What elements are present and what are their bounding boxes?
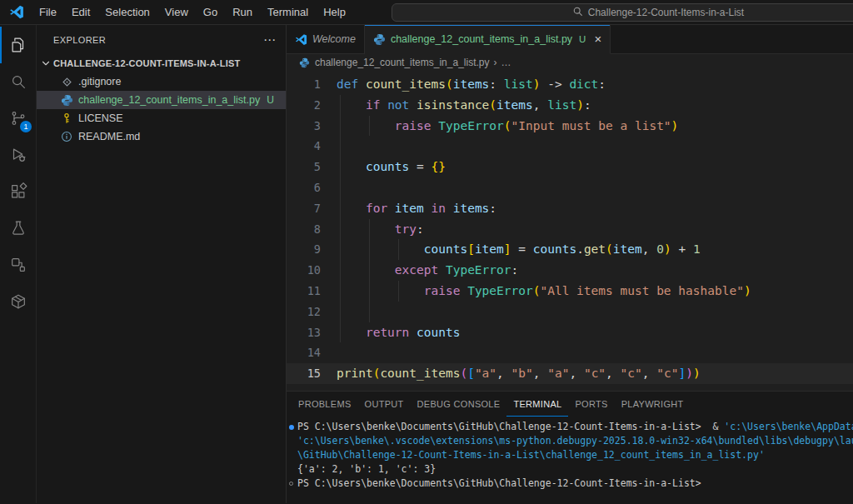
code-line-10[interactable]: 10 except TypeError:: [287, 260, 853, 281]
code-line-3[interactable]: 3 raise TypeError("Input must be a list"…: [287, 116, 853, 137]
code-line-1[interactable]: 1def count_items(items: list) -> dict:: [287, 74, 853, 95]
breadcrumb[interactable]: challenge_12_count_items_in_a_list.py › …: [287, 54, 853, 71]
token-var: item: [395, 202, 424, 215]
tab-git-badge: U: [579, 34, 586, 44]
token-var: counts: [366, 160, 409, 173]
close-icon[interactable]: ×: [594, 34, 601, 44]
terminal-command-text: 'c:\Users\benke\.vscode\extensions\ms-py…: [297, 435, 853, 447]
file-row-LICENSE[interactable]: LICENSE: [37, 109, 286, 127]
token-fn: isinstance: [417, 98, 489, 112]
token-b2: (: [460, 367, 467, 380]
code-line-5[interactable]: 5 counts = {}: [287, 157, 853, 177]
code-line-6[interactable]: 6: [287, 177, 853, 198]
menu-go[interactable]: Go: [196, 0, 225, 25]
code-line-12[interactable]: 12: [287, 302, 853, 322]
code-line-9[interactable]: 9 counts[item] = counts.get(item, 0) + 1: [287, 239, 853, 260]
breadcrumb-more[interactable]: …: [501, 57, 511, 68]
indent-guide: [398, 281, 399, 302]
line-number: 1: [287, 74, 321, 95]
terminal-text: PS C:\Users\benke\Documents\GitHub\Chall…: [297, 477, 701, 489]
file-label: .gitignore: [78, 76, 121, 87]
workspace-folder-row[interactable]: CHALLENGE-12-COUNT-ITEMS-IN-A-LIST: [37, 54, 286, 72]
token-type: TypeError: [446, 263, 511, 277]
token-kw: not: [387, 98, 417, 112]
token-b1: ): [693, 367, 701, 380]
token-op: :: [417, 222, 424, 236]
explorer-more-actions-button[interactable]: ⋯: [263, 36, 276, 44]
token-num: 1: [693, 242, 701, 256]
code-line-2[interactable]: 2 if not isinstance(items, list):: [287, 95, 853, 116]
token-str: "Input must be a list": [511, 119, 671, 132]
code-line-4[interactable]: 4: [287, 136, 853, 157]
menu-bar: FileEditSelectionViewGoRunTerminalHelp: [32, 0, 353, 25]
menu-view[interactable]: View: [157, 0, 196, 25]
linked-squares-icon[interactable]: [0, 247, 36, 283]
menu-help[interactable]: Help: [316, 0, 353, 25]
code-line-14[interactable]: 14: [287, 342, 853, 363]
token-op: :: [489, 77, 503, 91]
token-str: "c": [656, 367, 678, 380]
tab-challenge_12_count_items_in_a_list.py[interactable]: challenge_12_count_items_in_a_list.pyU×: [365, 25, 611, 54]
search-text: Challenge-12-Count-Items-in-a-List: [588, 7, 744, 18]
terminal-text: {'a': 2, 'b': 1, 'c': 3}: [297, 463, 436, 475]
tab-label: Welcome: [312, 33, 356, 45]
vscode-logo-icon: [9, 5, 24, 20]
panel-tab-playwright[interactable]: PLAYWRIGHT: [615, 392, 691, 417]
menu-file[interactable]: File: [32, 0, 64, 25]
python-icon: [60, 93, 73, 107]
menu-terminal[interactable]: Terminal: [260, 0, 316, 25]
panel-tab-debug-console[interactable]: DEBUG CONSOLE: [411, 392, 507, 417]
code-editor[interactable]: 1def count_items(items: list) -> dict:2 …: [287, 71, 853, 391]
files-icon[interactable]: [0, 27, 36, 63]
menu-run[interactable]: Run: [225, 0, 260, 25]
panel-tab-terminal[interactable]: TERMINAL: [506, 392, 568, 417]
token-ctrl: raise: [424, 284, 467, 297]
token-op: =: [409, 160, 431, 173]
panel-tab-output[interactable]: OUTPUT: [358, 392, 411, 417]
tab-welcome[interactable]: Welcome: [287, 25, 365, 53]
extensions-icon[interactable]: [0, 173, 36, 210]
command-decoration-icon[interactable]: [289, 425, 294, 430]
code-line-7[interactable]: 7 for item in items:: [287, 198, 853, 219]
python-icon: [373, 33, 386, 46]
line-number: 14: [287, 342, 321, 363]
panel-tab-problems[interactable]: PROBLEMS: [292, 392, 358, 417]
code-line-8[interactable]: 8 try:: [287, 219, 853, 240]
testing-flask-icon[interactable]: [0, 210, 36, 247]
terminal-line: {'a': 2, 'b': 1, 'c': 3}: [289, 462, 853, 477]
code-line-13[interactable]: 13 return counts: [287, 322, 853, 343]
token-str: "a": [547, 367, 569, 380]
menu-selection[interactable]: Selection: [97, 0, 157, 25]
token-num: 0: [656, 242, 664, 256]
terminal-output[interactable]: PS C:\Users\benke\Documents\GitHub\Chall…: [287, 417, 853, 503]
search-icon[interactable]: [0, 63, 36, 100]
token-var: item: [613, 242, 642, 256]
menu-edit[interactable]: Edit: [64, 0, 97, 25]
source-control-icon[interactable]: 1: [0, 100, 36, 137]
package-box-icon[interactable]: [0, 283, 36, 320]
gitignore-icon: [60, 75, 73, 88]
token-str: "c": [584, 367, 606, 380]
file-row-challenge_12_count_items_in_a_list.py[interactable]: challenge_12_count_items_in_a_list.pyU: [37, 91, 286, 109]
breadcrumb-file[interactable]: challenge_12_count_items_in_a_list.py: [315, 57, 489, 68]
code-line-11[interactable]: 11 raise TypeError("All items must be ha…: [287, 281, 853, 302]
file-row-README.md[interactable]: README.md: [37, 127, 286, 146]
token-b1: ): [744, 284, 751, 297]
panel-tab-ports[interactable]: PORTS: [568, 392, 614, 417]
token-str: "b": [511, 367, 533, 380]
token-plain: [337, 222, 395, 236]
token-var: counts: [417, 326, 460, 339]
token-ctrl: return: [366, 326, 417, 339]
command-center-search[interactable]: Challenge-12-Count-Items-in-a-List: [392, 3, 853, 22]
token-plain: [337, 98, 366, 112]
code-line-15[interactable]: 15print(count_items(["a", "b", "a", "c",…: [287, 363, 853, 384]
file-row-.gitignore[interactable]: .gitignore: [37, 72, 286, 91]
panel-tab-bar: PROBLEMSOUTPUTDEBUG CONSOLETERMINALPORTS…: [287, 392, 853, 417]
token-fn: count_items: [380, 367, 460, 380]
run-debug-icon[interactable]: [0, 137, 36, 173]
token-b1: {}: [431, 160, 446, 173]
token-b1: ): [576, 98, 584, 112]
terminal-line: PS C:\Users\benke\Documents\GitHub\Chall…: [289, 420, 853, 434]
workspace-folder-label: CHALLENGE-12-COUNT-ITEMS-IN-A-LIST: [53, 58, 240, 68]
command-decoration-icon[interactable]: [289, 482, 293, 486]
